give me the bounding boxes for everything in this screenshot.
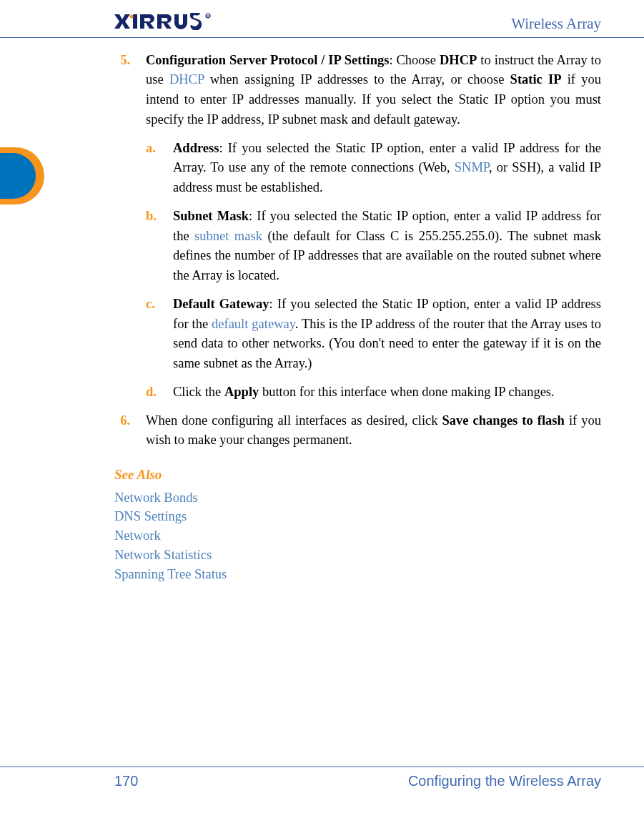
see-also-list: Network Bonds DNS Settings Network Netwo… — [114, 488, 601, 584]
see-also-link[interactable]: Network — [114, 526, 601, 546]
dhcp-link[interactable]: DHCP — [169, 72, 204, 87]
item-body: When done configuring all interfaces as … — [146, 411, 601, 451]
sub-letter: b. — [146, 207, 160, 286]
see-also-link[interactable]: DNS Settings — [114, 507, 601, 526]
svg-point-4 — [130, 15, 134, 19]
snmp-link[interactable]: SNMP — [455, 160, 489, 174]
sub-body: Address: If you selected the Static IP o… — [173, 139, 601, 198]
sub-letter: a. — [146, 139, 160, 198]
item-number: 5. — [114, 51, 130, 130]
item-title: Configuration Server Protocol / IP Setti… — [146, 53, 389, 67]
sub-body: Click the Apply button for this interfac… — [173, 383, 601, 403]
page-content: 5. Configuration Server Protocol / IP Se… — [0, 51, 644, 584]
section-title: Configuring the Wireless Array — [408, 770, 601, 792]
subnet-mask-link[interactable]: subnet mask — [194, 229, 262, 243]
page-number: 170 — [114, 770, 138, 792]
see-also-link[interactable]: Spanning Tree Status — [114, 565, 601, 584]
sub-body: Default Gateway: If you selected the Sta… — [173, 295, 601, 374]
item-body: Configuration Server Protocol / IP Setti… — [146, 51, 601, 130]
page-header: R Wireless Array — [0, 13, 644, 38]
see-also-link[interactable]: Network Bonds — [114, 488, 601, 508]
see-also-link[interactable]: Network Statistics — [114, 546, 601, 565]
svg-rect-1 — [133, 14, 137, 29]
item-number: 6. — [114, 411, 130, 451]
sub-body: Subnet Mask: If you selected the Static … — [173, 207, 601, 286]
list-item-5: 5. Configuration Server Protocol / IP Se… — [114, 51, 601, 130]
xirrus-logo: R — [114, 13, 218, 30]
svg-text:R: R — [207, 14, 209, 19]
sub-letter: c. — [146, 295, 160, 374]
page-footer: 170 Configuring the Wireless Array — [0, 767, 644, 792]
default-gateway-link[interactable]: default gateway — [212, 317, 295, 331]
side-tab-icon — [0, 147, 44, 205]
sub-item-c: c. Default Gateway: If you selected the … — [146, 295, 601, 374]
sub-item-d: d. Click the Apply button for this inter… — [146, 383, 601, 403]
doc-title: Wireless Array — [511, 13, 601, 36]
sub-item-a: a. Address: If you selected the Static I… — [146, 139, 601, 198]
sub-item-b: b. Subnet Mask: If you selected the Stat… — [146, 207, 601, 286]
list-item-6: 6. When done configuring all interfaces … — [114, 411, 601, 451]
sub-letter: d. — [146, 383, 160, 403]
see-also-heading: See Also — [114, 465, 601, 486]
svg-marker-0 — [114, 14, 130, 29]
